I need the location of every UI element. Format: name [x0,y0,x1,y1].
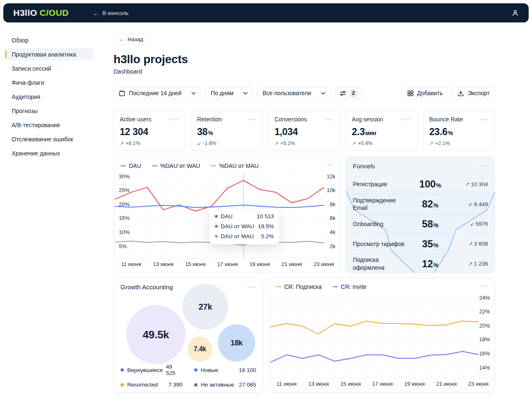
svg-text:19 июня: 19 июня [249,261,270,267]
funnel-step-count: ↙5976 [470,221,488,227]
svg-text:21 июня: 21 июня [281,261,302,267]
kpi-delta: ↗+8.1% [120,140,179,146]
sidebar-item-2[interactable]: Записи сессий [5,62,94,74]
legend-item[interactable]: Вернувшиеся49 525 [121,364,182,376]
kpi-card: Conversions···1,034↗+5.2% [268,110,340,151]
kpi-label: Avg session [352,116,383,123]
kpi-card: Bounce Rate···23.6%↗+2.1% [423,110,495,151]
funnel-step-percent: 12% [410,258,450,270]
trend-up-icon: ↗ [466,181,470,187]
sidebar-item-8[interactable]: Хранение данных [5,147,94,159]
legend-item[interactable]: CR: Подписка [276,283,322,290]
svg-text:10%: 10% [119,229,130,235]
funnels-title: Funnels [353,163,375,170]
growth-accounting-card: 49.5k27k7.4k18k Growth Accounting ··· Ве… [113,278,263,393]
kpi-row: Active users···12 304↗+8.1%Retention···3… [113,110,495,151]
more-menu-button[interactable]: ··· [170,116,179,123]
svg-text:11 июня: 11 июня [276,381,296,387]
cr_chart-svg: 24%22%20%18%16%14%11 июня13 июня15 июня1… [269,278,495,393]
tooltip-row: DAU от WAU19.5% [215,223,274,229]
svg-text:15 июня: 15 июня [340,381,361,387]
legend-item[interactable]: Resurrected7 390 [121,382,182,388]
legend-item[interactable]: DAU [121,163,141,169]
sidebar-item-5[interactable]: Прогнозы [5,105,94,117]
more-menu-button[interactable]: ··· [403,116,411,123]
more-menu-button[interactable]: ··· [480,116,489,123]
export-label: Экспорт [468,90,490,96]
trend-up-icon: ↗ [468,261,473,267]
more-menu-button[interactable]: ··· [325,116,334,123]
funnel-step-label: Регистрация [353,180,410,188]
filters-button[interactable]: 2 [335,87,362,99]
funnel-step-count: ↗1 236 [468,261,488,267]
trend-up-icon: ↗ [274,140,278,146]
granularity-select[interactable]: По дням [205,87,253,99]
funnel-steps: Регистрация100%↗10 304Подтверждение Emai… [346,175,495,273]
kpi-value: 12 304 [120,126,179,138]
svg-text:2k: 2k [330,243,335,249]
user-profile-button[interactable] [512,10,519,17]
funnels-header: Funnels ··· [346,157,495,175]
more-menu-button[interactable]: ··· [325,162,333,168]
arrow-left-icon: ← [119,36,125,42]
trend-up-icon: ↗ [120,140,124,146]
svg-text:25%: 25% [119,187,130,193]
kpi-label: Bounce Rate [429,116,463,123]
page-subtitle: Dashboard [113,67,495,76]
console-back-link[interactable]: ← В консоль [93,10,129,17]
funnel-step-row: Подписка оформлена12%↗1 236 [353,254,488,273]
svg-text:12k: 12k [327,173,335,180]
sidebar-item-7[interactable]: Отслеживание ошибок [5,133,94,145]
svg-text:20%: 20% [479,323,490,329]
legend-item[interactable]: CR: Invite [332,283,366,290]
logo-accent: C/OUD [39,8,69,17]
legend-item[interactable]: Не активные27 065 [194,382,256,388]
sidebar-item-0[interactable]: Обзор [5,34,94,46]
chart-tooltip: DAU10 513DAU от WAU19.5%DAU от MAU5.2% [209,208,280,244]
more-menu-button[interactable]: ··· [248,116,256,123]
sidebar-item-1[interactable]: Продуктовая аналитика [5,48,94,60]
date-range-select[interactable]: Последние 14 дней [113,87,201,99]
kpi-card: Retention···38%↙-1.6% [191,110,263,151]
legend-item[interactable]: %DAU от WAU [152,163,200,169]
trend-down-icon: ↙ [197,140,201,146]
more-menu-button[interactable]: ··· [247,284,256,290]
funnel-step-percent: 100% [410,178,450,190]
svg-text:5%: 5% [119,243,127,249]
svg-text:16%: 16% [479,350,490,357]
more-menu-button[interactable]: ··· [480,283,488,289]
kpi-value: 38% [197,126,256,138]
trend-up-icon: ↗ [352,140,356,146]
legend-item[interactable]: %DAU от MAU [211,163,259,169]
app-logo: H3llOC/OUD [13,8,69,18]
sidebar-item-4[interactable]: Аудитория [5,91,94,103]
back-button[interactable]: ← Назад [113,34,149,44]
svg-text:23 июня: 23 июня [468,381,488,387]
growth-accounting-header: Growth Accounting ··· [114,278,263,296]
svg-text:18%: 18% [479,336,490,342]
add-widget-button[interactable]: Добавить [402,87,448,99]
series-dot-icon [121,383,124,387]
series-dot-icon [215,225,218,228]
sidebar-item-3[interactable]: Фича-флаги [5,76,94,89]
bubble: 49.5k [126,305,185,364]
svg-text:17 июня: 17 июня [217,261,238,267]
user-icon [512,10,519,17]
funnel-step-label: Просмотр тарифов [353,240,410,248]
download-icon [458,90,464,96]
svg-text:21 июня: 21 июня [436,381,456,387]
svg-text:20%: 20% [119,201,130,207]
funnel-step-label: Onboarding [353,220,410,228]
export-button[interactable]: Экспорт [452,87,495,99]
svg-text:23 июня: 23 июня [313,261,334,267]
series-dot-icon [194,368,197,372]
series-line [271,351,478,362]
funnels-card: Funnels ··· Регистрация100%↗10 304Подтве… [346,157,495,273]
audience-select[interactable]: Все пользователи [257,87,331,99]
more-menu-button[interactable]: ··· [479,163,488,169]
kpi-delta: ↗+2.1% [429,140,489,146]
sidebar-item-6[interactable]: A/B-тестирование [5,119,94,131]
bubble: 7.4k [187,337,212,362]
legend-item[interactable]: Новые18 100 [194,364,256,376]
funnel-step-count: ↙8 449 [468,201,488,207]
